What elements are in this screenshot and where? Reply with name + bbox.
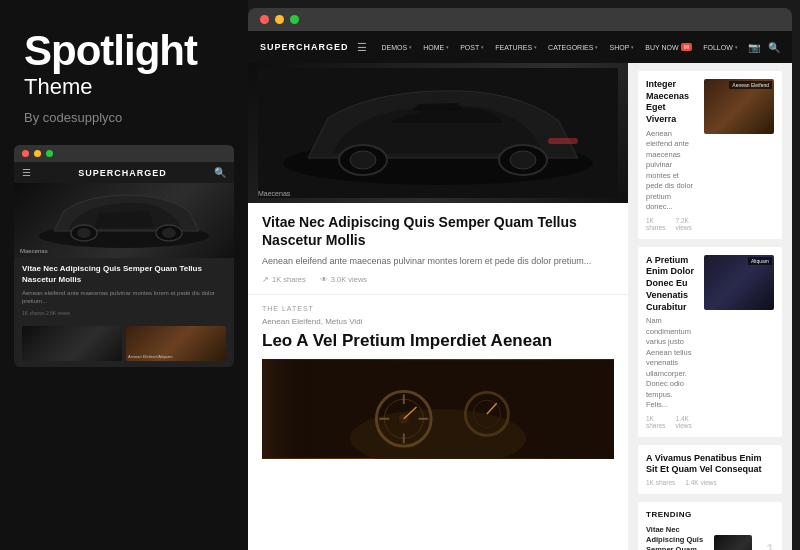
article-card-3-body: A Vivamus Penatibus Enim Sit Et Quam Vel… [646,453,774,486]
featured-excerpt: Aenean eleifend ante maecenas pulvinar m… [262,255,614,269]
left-panel: Spotlight Theme By codesupplyco ☰ SUPERC… [0,0,248,550]
mini-headline: Vitae Nec Adipiscing Quis Semper Quam Te… [22,264,226,285]
latest-car-interior-svg [262,359,614,459]
latest-label: THE LATEST [262,305,614,312]
nav-camera-icon[interactable]: 📷 [748,42,760,53]
svg-rect-23 [262,360,321,458]
brand-section: Spotlight Theme By codesupplyco [0,0,248,145]
nav-item-home[interactable]: HOME ▾ [418,41,454,53]
featured-meta: ↗ 1K shares 👁 3.0K views [262,275,614,284]
svg-rect-11 [548,138,578,144]
featured-car-svg [258,68,618,198]
site-content: SUPERCHARGED ☰ DEMOS ▾ HOME ▾ POST ▾ FEA… [248,31,792,550]
mini-browser: ☰ SUPERCHARGED 🔍 Maecenas Vitae Nec [14,145,234,367]
article-card-2-body: A Pretium Enim Dolor Donec Eu Venenatis … [646,255,696,429]
mini-car-svg [24,183,224,258]
featured-shares: ↗ 1K shares [262,275,306,284]
article-card-1-body: Integer Maecenas Eget Viverra Aenean ele… [646,79,696,231]
mini-browser-chrome [14,145,234,162]
brand-by: By codesupplyco [24,110,224,125]
article-card-2: A Pretium Enim Dolor Donec Eu Venenatis … [638,247,782,437]
featured-headline: Vitae Nec Adipiscing Quis Semper Quam Te… [262,213,614,249]
nav-search-icon[interactable]: 🔍 [768,42,780,53]
article-card-3: A Vivamus Penatibus Enim Sit Et Quam Vel… [638,445,782,494]
featured-body: Vitae Nec Adipiscing Quis Semper Quam Te… [248,203,628,294]
article-card-1: Integer Maecenas Eget Viverra Aenean ele… [638,71,782,239]
content-right: Integer Maecenas Eget Viverra Aenean ele… [628,63,792,550]
brand-title: Spotlight [24,28,224,74]
featured-label: Maecenas [258,190,290,197]
article-1-title: Integer Maecenas Eget Viverra [646,79,696,126]
article-1-thumb: Aenean Eleifend [704,79,774,134]
mini-logo: SUPERCHARGED [78,168,167,178]
mini-thumb-2: Aenean Eleifend Aliquam [126,326,226,361]
latest-image [262,359,614,459]
article-3-meta: 1K shares 1.4K views [646,479,774,486]
article-1-thumb-tag: Aenean Eleifend [729,81,772,89]
mini-content: Vitae Nec Adipiscing Quis Semper Quam Te… [14,258,234,322]
svg-point-2 [77,228,91,238]
b-dot-green [290,15,299,24]
dot-red [22,150,29,157]
featured-views: 👁 3.0K views [320,275,367,284]
featured-image: Maecenas [248,63,628,203]
site-nav: SUPERCHARGED ☰ DEMOS ▾ HOME ▾ POST ▾ FEA… [248,31,792,63]
mini-hamburger-icon[interactable]: ☰ [22,167,31,178]
nav-item-follow[interactable]: FOLLOW ▾ [698,41,743,53]
trending-1-text: Vitae Nec Adipiscing Quis Semper Quam Te… [646,525,708,550]
article-2-excerpt: Nam condimentum varius justo Aenean tell… [646,316,696,411]
b-dot-yellow [275,15,284,24]
mini-nav: ☰ SUPERCHARGED 🔍 [14,162,234,183]
trending-1-num: 1 [758,541,774,550]
dot-green [46,150,53,157]
nav-item-features[interactable]: FEATURES ▾ [490,41,542,53]
nav-hamburger-icon[interactable]: ☰ [357,41,367,54]
svg-point-8 [350,151,376,169]
article-1-meta: 1K shares 7.2K views [646,217,696,231]
svg-point-10 [510,151,536,169]
dot-yellow [34,150,41,157]
browser-chrome [248,8,792,31]
mini-hero-label: Maecenas [20,248,48,254]
content-left: Maecenas Vitae Nec Adipiscing Quis Sempe… [248,63,628,550]
browser-window: SUPERCHARGED ☰ DEMOS ▾ HOME ▾ POST ▾ FEA… [248,8,792,550]
nav-right: 📷 🔍 [748,42,780,53]
trending-title: TRENDING [646,510,774,519]
svg-point-4 [162,228,176,238]
article-2-title: A Pretium Enim Dolor Donec Eu Venenatis … [646,255,696,313]
trending-section: TRENDING Vitae Nec Adipiscing Quis Sempe… [638,502,782,550]
mini-meta: 1K shares 2.6K views [22,310,226,316]
latest-headline: Leo A Vel Pretium Imperdiet Aenean [262,330,614,351]
article-3-title: A Vivamus Penatibus Enim Sit Et Quam Vel… [646,453,774,476]
nav-item-post[interactable]: POST ▾ [455,41,489,53]
main-area: Maecenas Vitae Nec Adipiscing Quis Sempe… [248,63,792,550]
nav-item-categories[interactable]: CATEGORIES ▾ [543,41,603,53]
nav-item-buynow[interactable]: BUY NOW 99 [640,41,697,53]
nav-item-demos[interactable]: DEMOS ▾ [377,41,418,53]
trending-1-img [714,535,752,550]
mini-hero: Maecenas [14,183,234,258]
article-1-excerpt: Aenean eleifend ante maecenas pulvinar m… [646,129,696,213]
article-2-meta: 1K shares 1.4K views [646,415,696,429]
b-dot-red [260,15,269,24]
brand-subtitle: Theme [24,74,224,100]
mini-excerpt: Aenean eleifend ante maecenas pulvinar m… [22,289,226,306]
mini-thumb-row: Aenean Eleifend Aliquam [14,322,234,367]
nav-item-shop[interactable]: SHOP ▾ [604,41,639,53]
mini-thumb-1 [22,326,122,361]
trending-item-1: Vitae Nec Adipiscing Quis Semper Quam Te… [646,525,774,550]
article-2-thumb-tag: Aliquam [748,257,772,265]
mini-search-icon[interactable]: 🔍 [214,167,226,178]
latest-byline: Aenean Eleifend, Metus Vidi [262,317,614,326]
article-2-thumb: Aliquam [704,255,774,310]
mini-thumb-tag: Aenean Eleifend Aliquam [128,354,173,359]
latest-section: THE LATEST Aenean Eleifend, Metus Vidi L… [248,294,628,469]
site-logo: SUPERCHARGED [260,42,349,52]
nav-items: DEMOS ▾ HOME ▾ POST ▾ FEATURES ▾ CATEGOR… [377,41,744,53]
mini-hero-image [14,183,234,258]
